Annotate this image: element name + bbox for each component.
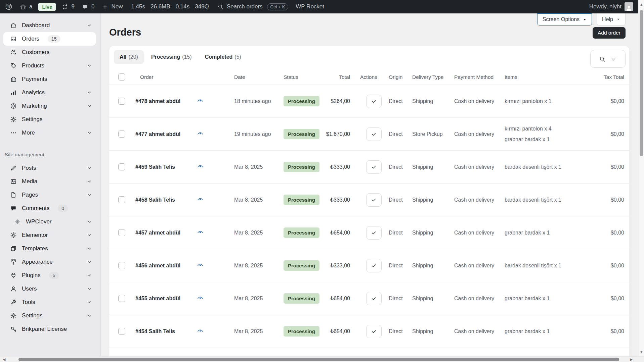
complete-order-button[interactable] — [366, 160, 382, 174]
order-link[interactable]: #477 ahmet abdül — [129, 131, 197, 137]
order-link[interactable]: #458 Salih Telis — [129, 197, 197, 203]
tab-completed[interactable]: Completed(5) — [199, 50, 247, 64]
order-origin: Direct — [388, 230, 412, 236]
sidebar-item-more[interactable]: More — [3, 126, 96, 140]
preview-eye-icon[interactable] — [197, 296, 230, 302]
preview-eye-icon[interactable] — [197, 164, 230, 170]
scroll-right-arrow[interactable]: ▶ — [630, 357, 633, 362]
sidebar-item-plugins[interactable]: Plugins5 — [3, 269, 96, 282]
row-checkbox[interactable] — [118, 262, 125, 269]
scroll-down-arrow[interactable]: ▼ — [639, 350, 644, 354]
sidebar-item-settings[interactable]: Settings — [3, 309, 96, 322]
tab-processing[interactable]: Processing(15) — [145, 50, 198, 64]
plug-icon — [10, 272, 17, 279]
status-tabs: All(20)Processing(15)Completed(5) — [114, 50, 247, 64]
stat-queries: 349Q — [195, 3, 209, 10]
scroll-left-arrow[interactable]: ◀ — [3, 357, 5, 362]
sidebar-item-tools[interactable]: Tools — [3, 296, 96, 309]
order-link[interactable]: #457 ahmet abdül — [129, 230, 197, 236]
comments-menu[interactable]: 0 — [78, 0, 98, 13]
stat-memory: 26.6MB — [151, 3, 170, 10]
tab-all[interactable]: All(20) — [114, 50, 144, 64]
add-order-button[interactable]: Add order — [593, 27, 626, 39]
screen-options-button[interactable]: Screen Options — [537, 13, 592, 25]
delivery-type: Shipping — [412, 98, 454, 104]
sidebar-item-elementor[interactable]: Elementor — [3, 228, 96, 242]
order-total: $1.670,00 — [326, 131, 359, 137]
preview-eye-icon[interactable] — [197, 98, 230, 104]
sidebar-item-posts[interactable]: Posts — [3, 161, 96, 175]
row-checkbox[interactable] — [118, 328, 125, 335]
sidebar-item-templates[interactable]: Templates — [3, 242, 96, 255]
caret-down-icon — [583, 18, 587, 21]
complete-order-button[interactable] — [366, 95, 382, 108]
vertical-scroll-thumb[interactable] — [640, 10, 643, 156]
sidebar-item-payments[interactable]: Payments — [3, 72, 96, 86]
table-row: #455 ahmet abdülMar 8, 2025Processing₺65… — [109, 282, 629, 315]
vertical-scrollbar[interactable]: ▲ ▼ — [638, 0, 644, 356]
preview-eye-icon[interactable] — [197, 328, 230, 334]
sidebar-item-label: Comments — [22, 205, 49, 212]
row-checkbox[interactable] — [118, 98, 125, 105]
site-name-menu[interactable]: a — [16, 0, 36, 13]
sidebar-item-marketing[interactable]: Marketing — [3, 99, 96, 113]
select-all-checkbox[interactable] — [118, 73, 125, 81]
sidebar-item-media[interactable]: Media — [3, 175, 96, 188]
row-checkbox[interactable] — [118, 163, 125, 170]
updates-menu[interactable]: 9 — [58, 0, 78, 13]
sidebar-item-wpclever[interactable]: WPClever — [3, 215, 96, 228]
help-button[interactable]: Help — [597, 13, 626, 25]
sidebar-item-dashboard[interactable]: Dashboard — [3, 19, 96, 32]
preview-eye-icon[interactable] — [197, 230, 230, 236]
search-orders-menu[interactable]: Search ordersCtrl + K — [214, 0, 292, 13]
sidebar-item-comments[interactable]: Comments0 — [3, 202, 96, 215]
complete-order-button[interactable] — [366, 226, 382, 240]
wp-rocket-menu[interactable]: WP Rocket — [292, 0, 328, 13]
sidebar-item-orders[interactable]: Orders15 — [3, 32, 96, 46]
complete-order-button[interactable] — [366, 259, 382, 272]
count-badge: 0 — [58, 205, 68, 212]
sidebar-item-products[interactable]: Products — [3, 59, 96, 72]
live-badge[interactable]: Live — [38, 3, 56, 11]
new-content-menu[interactable]: New — [98, 0, 126, 13]
scroll-up-arrow[interactable]: ▲ — [639, 2, 644, 7]
order-link[interactable]: #478 ahmet abdül — [129, 98, 197, 104]
complete-order-button[interactable] — [366, 193, 382, 207]
account-menu[interactable]: Howdy, niyht — [586, 0, 637, 13]
horizontal-scroll-thumb[interactable] — [18, 358, 619, 361]
order-date: 19 minutes ago — [230, 131, 277, 137]
order-link[interactable]: #454 Salih Telis — [129, 328, 197, 334]
order-total: ₺333,00 — [326, 197, 359, 203]
tab-count: (20) — [128, 54, 138, 60]
row-checkbox[interactable] — [118, 196, 125, 203]
sidebar-item-pages[interactable]: Pages — [3, 188, 96, 202]
sidebar-item-appearance[interactable]: Appearance — [3, 255, 96, 269]
status-badge: Processing — [284, 227, 319, 238]
preview-eye-icon[interactable] — [197, 131, 230, 137]
delivery-type: Shipping — [412, 328, 454, 334]
sidebar-item-users[interactable]: Users — [3, 282, 96, 296]
order-link[interactable]: #459 Salih Telis — [129, 164, 197, 170]
preview-eye-icon[interactable] — [197, 263, 230, 269]
status-badge: Processing — [284, 96, 319, 106]
chevron-down-icon — [87, 219, 92, 224]
order-link[interactable]: #455 ahmet abdül — [129, 296, 197, 302]
complete-order-button[interactable] — [366, 127, 382, 141]
row-checkbox[interactable] — [118, 131, 125, 138]
sidebar-item-customers[interactable]: Customers — [3, 46, 96, 59]
preview-eye-icon[interactable] — [197, 197, 230, 203]
sidebar-item-label: Media — [22, 178, 37, 185]
table-search-filter-button[interactable] — [590, 50, 626, 68]
column-header-actions: Actions — [359, 74, 388, 80]
horizontal-scrollbar[interactable]: ◀ ▶ — [0, 356, 644, 362]
wordpress-logo-menu[interactable]: W — [1, 0, 16, 13]
order-link[interactable]: #456 ahmet abdül — [129, 263, 197, 269]
sidebar-item-analytics[interactable]: Analytics — [3, 86, 96, 99]
complete-order-button[interactable] — [366, 292, 382, 305]
bank-icon — [10, 76, 17, 83]
sidebar-item-brikpanel-license[interactable]: Brikpanel License — [3, 322, 96, 336]
row-checkbox[interactable] — [118, 295, 125, 302]
complete-order-button[interactable] — [366, 325, 382, 338]
row-checkbox[interactable] — [118, 229, 125, 236]
sidebar-item-settings[interactable]: Settings — [3, 113, 96, 126]
